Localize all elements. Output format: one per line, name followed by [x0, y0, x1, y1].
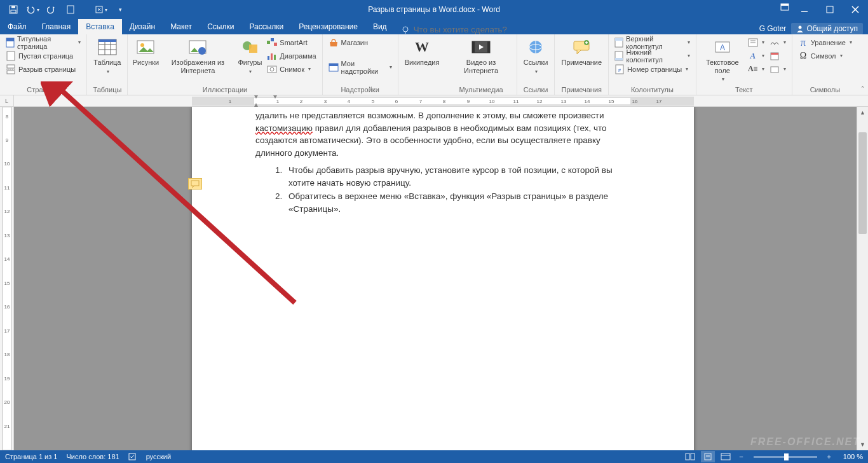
user-name[interactable]: G Goter [759, 24, 787, 33]
textbox-button[interactable]: AТекстовое поле▾ [700, 36, 745, 84]
footer-icon [614, 51, 623, 61]
zoom-slider[interactable] [754, 456, 817, 458]
qat-customize[interactable]: ▾ [112, 1, 128, 18]
horizontal-ruler[interactable]: 1 123 456 789 101112 131415 1617 [14, 95, 868, 107]
view-read[interactable] [683, 451, 697, 462]
tell-me-input[interactable] [414, 25, 515, 34]
redo-button[interactable] [43, 1, 60, 18]
cover-page-label: Титульная страница [17, 35, 74, 50]
page-number-button[interactable]: #Номер страницы▾ [613, 62, 692, 76]
status-page[interactable]: Страница 1 из 1 [5, 453, 57, 460]
group-illustrations: Рисунки Изображения из Интернета Фигуры▾… [128, 34, 322, 95]
tab-view[interactable]: Вид [365, 19, 395, 34]
tab-file[interactable]: Файл [0, 19, 34, 34]
page[interactable]: удалить не представляется возможным. В д… [192, 107, 694, 450]
group-headerfooter: Верхний колонтитул▾ Нижний колонтитул▾ #… [609, 34, 696, 95]
tab-insert[interactable]: Вставка [78, 19, 122, 34]
tab-home[interactable]: Главная [34, 19, 79, 34]
page-content[interactable]: удалить не представляется возможным. В д… [192, 109, 694, 242]
my-addins-button[interactable]: Мои надстройки ▾ [327, 60, 394, 74]
online-pictures-button[interactable]: Изображения из Интернета [159, 36, 236, 76]
status-words[interactable]: Число слов: 181 [66, 453, 119, 460]
collapse-ribbon[interactable]: ˄ [858, 34, 868, 95]
group-wiki: WВикипедия [398, 34, 446, 95]
title-bar: ▾ ▾ ▾ Разрыв страницы в Word.docx - Word [0, 0, 868, 19]
group-text-label: Текст [700, 85, 788, 95]
vertical-scrollbar[interactable]: ▲ ▼ [857, 107, 868, 450]
minimize-button[interactable] [792, 0, 817, 19]
signature-button[interactable]: ▾ [768, 36, 788, 49]
close-button[interactable] [843, 0, 868, 19]
online-video-button[interactable]: Видео из Интернета [449, 36, 512, 76]
equation-button[interactable]: πУравнение▾ [796, 36, 854, 49]
chart-button[interactable]: Диаграмма [265, 49, 318, 62]
person-icon [796, 25, 804, 32]
scroll-up[interactable]: ▲ [857, 107, 868, 118]
dropcap-button[interactable]: A≡▾ [746, 62, 766, 76]
video-icon [471, 37, 491, 57]
svg-point-11 [799, 26, 802, 29]
header-button[interactable]: Верхний колонтитул▾ [613, 36, 692, 49]
smartart-label: SmartArt [280, 39, 307, 46]
smartart-button[interactable]: SmartArt [265, 36, 318, 49]
wordart-button[interactable]: A▾ [746, 49, 766, 62]
group-addins-label: Надстройки [327, 85, 394, 95]
svg-rect-15 [7, 65, 15, 68]
svg-text:13: 13 [561, 99, 567, 104]
touch-mode-button[interactable]: ▾ [93, 1, 109, 18]
wikipedia-button[interactable]: WВикипедия [402, 36, 442, 68]
ribbon-display-options[interactable] [778, 0, 792, 14]
tab-layout[interactable]: Макет [163, 19, 200, 34]
maximize-button[interactable] [817, 0, 843, 19]
object-button[interactable]: ▾ [768, 62, 788, 76]
view-web[interactable] [719, 451, 733, 462]
group-illus-label: Иллюстрации [132, 85, 318, 95]
comment-button[interactable]: Примечание [559, 36, 604, 68]
symbol-button[interactable]: ΩСимвол▾ [796, 49, 854, 62]
tab-mailings[interactable]: Рассылки [241, 19, 291, 34]
svg-rect-31 [271, 38, 274, 41]
group-pages-label: Страницы [4, 85, 83, 95]
status-proofing-icon[interactable] [128, 453, 137, 460]
zoom-out[interactable]: − [736, 453, 745, 460]
svg-text:8: 8 [6, 114, 9, 120]
group-comments-label: Примечания [559, 85, 604, 95]
group-pages: Титульная страница▾ Пустая страница Разр… [0, 34, 87, 95]
svg-point-25 [140, 43, 144, 47]
links-button[interactable]: Ссылки▾ [521, 36, 551, 76]
save-button[interactable] [5, 1, 22, 18]
svg-text:10: 10 [489, 99, 495, 104]
scroll-thumb[interactable] [858, 132, 867, 234]
svg-rect-33 [268, 56, 269, 60]
symbol-icon: Ω [798, 51, 808, 61]
vertical-ruler[interactable]: 8910 111213 141516 171819 2021 [0, 107, 14, 450]
cover-page-button[interactable]: Титульная страница▾ [4, 36, 83, 49]
tell-me[interactable] [401, 25, 515, 34]
table-button[interactable]: Таблица▾ [91, 36, 123, 76]
pictures-button[interactable]: Рисунки [132, 36, 159, 68]
shapes-button[interactable]: Фигуры▾ [236, 36, 264, 76]
svg-rect-60 [771, 53, 778, 55]
store-button[interactable]: Магазин [327, 36, 394, 49]
svg-rect-16 [7, 71, 15, 74]
tab-review[interactable]: Рецензирование [291, 19, 365, 34]
share-button[interactable]: Общий доступ [791, 23, 863, 34]
status-language[interactable]: русский [146, 453, 171, 460]
svg-rect-109 [721, 453, 730, 460]
footer-button[interactable]: Нижний колонтитул▾ [613, 49, 692, 62]
textbox-icon: A [712, 37, 733, 57]
new-doc-button[interactable] [62, 1, 79, 18]
view-print[interactable] [701, 451, 715, 462]
datetime-button[interactable] [768, 49, 788, 62]
screenshot-button[interactable]: Снимок▾ [265, 62, 318, 76]
comment-indicator[interactable] [188, 178, 202, 190]
zoom-level[interactable]: 100 % [837, 453, 863, 460]
blank-page-button[interactable]: Пустая страница [4, 49, 83, 62]
undo-button[interactable]: ▾ [24, 1, 41, 18]
zoom-in[interactable]: + [825, 453, 834, 460]
tab-design[interactable]: Дизайн [122, 19, 163, 34]
page-break-icon [6, 64, 16, 74]
page-break-button[interactable]: Разрыв страницы [4, 62, 83, 76]
tab-references[interactable]: Ссылки [200, 19, 241, 34]
quickparts-button[interactable]: ▾ [746, 36, 766, 49]
